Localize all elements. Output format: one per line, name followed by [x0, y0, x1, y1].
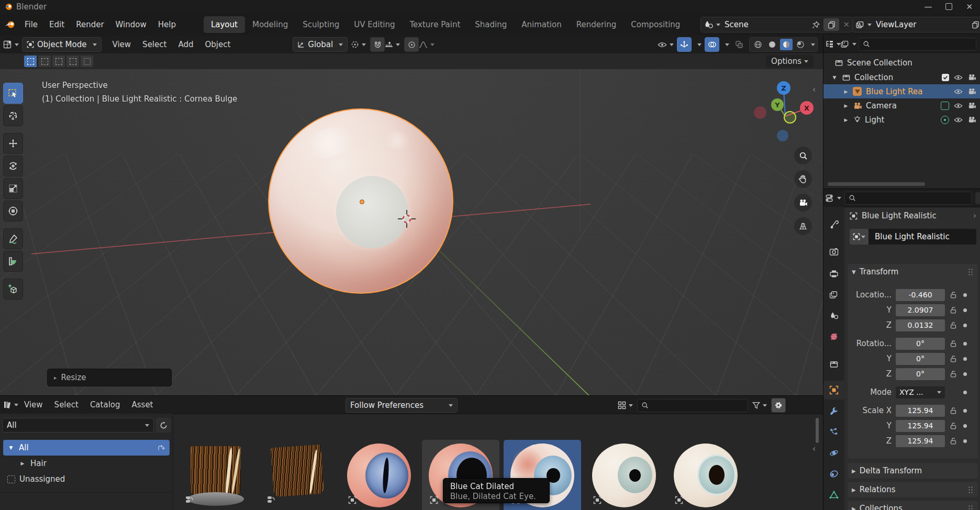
- tool-cursor[interactable]: [3, 105, 23, 126]
- animate-dot[interactable]: [963, 357, 967, 361]
- delta-transform-panel[interactable]: ▶Delta Transform: [847, 462, 978, 479]
- catalog-item-hair[interactable]: ▶ Hair: [3, 456, 170, 471]
- render-camera-icon[interactable]: [967, 74, 976, 81]
- transform-orientation-dropdown[interactable]: Global: [293, 37, 348, 52]
- tab-object[interactable]: [823, 381, 844, 400]
- camera-expand-caret[interactable]: ▶: [842, 103, 850, 108]
- shading-caret[interactable]: [811, 43, 815, 46]
- blender-app-menu-icon[interactable]: [4, 19, 16, 30]
- collections-panel[interactable]: ▶Collections: [847, 500, 978, 510]
- pin-icon[interactable]: [812, 21, 820, 29]
- display-mode-button[interactable]: [618, 398, 633, 412]
- tool-rotate[interactable]: [3, 156, 23, 176]
- tab-compositing[interactable]: Compositing: [623, 16, 687, 33]
- animate-dot[interactable]: [963, 372, 967, 376]
- catalog-filter-dropdown[interactable]: All: [2, 418, 154, 433]
- collection-expand-caret[interactable]: ▼: [831, 75, 838, 80]
- gizmos-caret[interactable]: [697, 43, 701, 46]
- properties-editor-type-button[interactable]: [826, 191, 841, 205]
- hide-eye-icon[interactable]: [954, 103, 963, 109]
- scene-browse-caret[interactable]: [716, 24, 720, 26]
- object-id-button[interactable]: [850, 229, 868, 245]
- catalog-hair-expand[interactable]: ▶: [19, 461, 26, 466]
- menu-edit[interactable]: Edit: [43, 20, 70, 29]
- gizmo-axis-neg-z[interactable]: [777, 130, 788, 141]
- tab-object-data[interactable]: [823, 485, 844, 504]
- outliner-scrollbar[interactable]: [828, 182, 925, 186]
- tool-select-box[interactable]: [3, 83, 23, 104]
- catalog-item-all[interactable]: ▼ All: [3, 440, 170, 456]
- tab-animation[interactable]: Animation: [514, 16, 569, 33]
- navigation-gizmo[interactable]: Y X Z: [746, 75, 819, 149]
- zoom-button[interactable]: [794, 147, 812, 164]
- falloff-button[interactable]: [419, 38, 435, 51]
- rot-x-field[interactable]: 0°: [896, 338, 945, 350]
- select-mode-subtract-button[interactable]: [52, 56, 65, 67]
- outliner-row-scene-collection[interactable]: Scene Collection: [823, 56, 980, 70]
- overlays-caret[interactable]: [725, 43, 729, 46]
- ortho-toggle-button[interactable]: [794, 217, 812, 235]
- tab-world[interactable]: [823, 327, 844, 346]
- tool-transform[interactable]: [3, 201, 23, 221]
- asset-menu-view[interactable]: View: [18, 400, 49, 409]
- animate-dot[interactable]: [963, 293, 967, 297]
- lock-icon[interactable]: [950, 370, 957, 378]
- panel-grip[interactable]: [968, 268, 974, 276]
- panel-grip[interactable]: [968, 486, 974, 494]
- loc-x-field[interactable]: -0.460: [896, 289, 945, 301]
- shading-rendered-button[interactable]: [794, 39, 807, 50]
- outliner-row-blue-light-realistic[interactable]: ▶ Blue Light Rea: [823, 84, 980, 98]
- tool-annotate[interactable]: [3, 228, 23, 249]
- camera-view-button[interactable]: [794, 194, 812, 212]
- lock-icon[interactable]: [950, 437, 957, 445]
- viewlayer-name[interactable]: ViewLayer: [876, 20, 972, 29]
- outliner-row-collection[interactable]: ▼ Collection: [823, 70, 980, 84]
- outliner-display-mode-button[interactable]: [826, 37, 841, 51]
- proportional-edit-button[interactable]: [404, 37, 419, 52]
- asset-item-blend-hair[interactable]: Blend Hair Curves: [259, 440, 336, 510]
- scene-name[interactable]: Scene: [725, 20, 812, 29]
- asset-item-blue-cat-constricted[interactable]: Blue Cat Constri...: [340, 440, 418, 510]
- render-camera-icon[interactable]: [967, 88, 976, 95]
- tab-constraints[interactable]: [823, 464, 844, 483]
- tool-move[interactable]: [3, 133, 23, 154]
- animate-dot[interactable]: [963, 324, 967, 327]
- object-name-field[interactable]: Blue Light Realistic: [868, 229, 976, 245]
- show-object-types-button[interactable]: [658, 38, 674, 51]
- tab-material[interactable]: [823, 503, 844, 510]
- outliner-filter-source-button[interactable]: [841, 37, 856, 51]
- animate-dot[interactable]: [963, 342, 967, 346]
- animate-dot[interactable]: [963, 391, 967, 394]
- filter-button[interactable]: [752, 398, 767, 412]
- tab-scene[interactable]: [823, 306, 844, 325]
- tool-add-cube[interactable]: [3, 279, 23, 300]
- lock-icon[interactable]: [950, 291, 957, 299]
- snap-toggle-button[interactable]: [370, 37, 385, 52]
- asset-sidebar-chevron[interactable]: ‹: [812, 444, 816, 453]
- shading-material-button[interactable]: [780, 39, 793, 50]
- close-button[interactable]: ✕: [966, 2, 973, 12]
- collection-checkbox[interactable]: [942, 74, 949, 81]
- transform-panel-header[interactable]: ▼ Transform: [848, 264, 978, 280]
- tab-modifiers[interactable]: [823, 402, 844, 420]
- tab-layout[interactable]: Layout: [204, 16, 245, 33]
- lock-icon[interactable]: [950, 306, 957, 314]
- viewlayer-icon[interactable]: [856, 21, 865, 29]
- overlays-toggle-button[interactable]: [705, 37, 719, 52]
- light-expand-caret[interactable]: ▶: [842, 117, 850, 123]
- new-viewlayer-icon[interactable]: [972, 21, 979, 29]
- scale-z-field[interactable]: 125.94: [896, 435, 945, 447]
- render-camera-icon[interactable]: [967, 116, 976, 123]
- tab-shading[interactable]: Shading: [467, 16, 514, 33]
- loc-y-field[interactable]: 2.0907: [896, 304, 945, 316]
- lock-icon[interactable]: [950, 422, 957, 430]
- gizmo-axis-neg-y[interactable]: [784, 112, 796, 123]
- minimize-button[interactable]: —: [924, 2, 932, 12]
- vp-menu-select[interactable]: Select: [137, 40, 172, 49]
- tool-measure[interactable]: [3, 251, 23, 272]
- tab-particles[interactable]: [823, 423, 844, 441]
- tab-render[interactable]: [823, 242, 844, 261]
- animate-dot[interactable]: [963, 409, 967, 413]
- lock-icon[interactable]: [950, 407, 957, 415]
- animate-dot[interactable]: [963, 439, 967, 443]
